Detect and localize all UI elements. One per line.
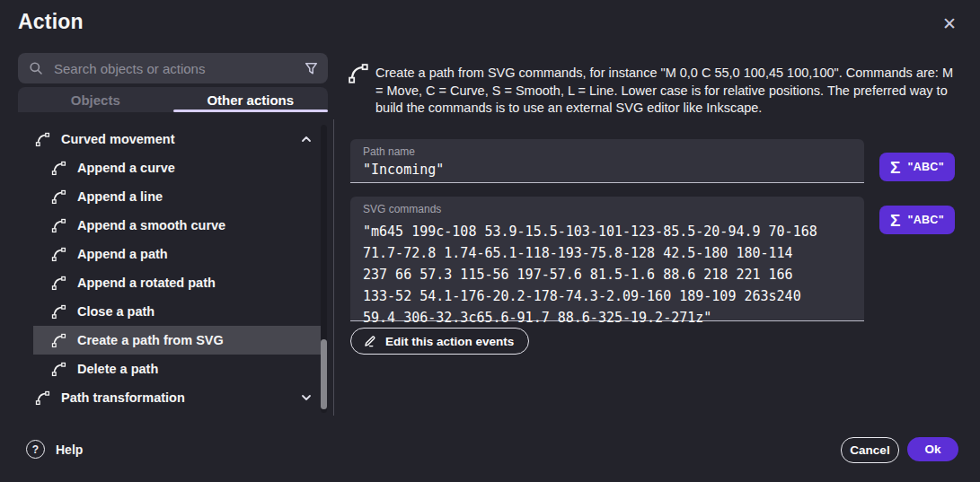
expression-editor-button[interactable]: Σ "ABC"	[879, 153, 955, 181]
tree-item-label: Curved movement	[61, 132, 175, 146]
filter-icon[interactable]	[304, 61, 319, 76]
tab-objects[interactable]: Objects	[18, 87, 173, 112]
page-title: Action	[18, 10, 84, 34]
chevron-down-icon	[300, 391, 313, 404]
curve-path-icon	[35, 390, 50, 406]
tree-group-path-transformation[interactable]: Path transformation	[33, 383, 321, 412]
ok-button[interactable]: Ok	[907, 437, 958, 461]
curve-path-icon	[51, 247, 66, 262]
edit-events-label: Edit this action events	[385, 335, 514, 348]
curve-path-icon	[51, 161, 66, 176]
tree-item-label: Append a line	[77, 189, 163, 204]
pencil-icon	[363, 334, 377, 348]
tab-bar: Objects Other actions	[18, 87, 328, 112]
curve-path-icon	[51, 276, 66, 291]
sigma-icon: Σ	[890, 159, 900, 176]
abc-label: "ABC"	[907, 214, 943, 226]
cancel-button[interactable]: Cancel	[841, 437, 899, 463]
tree-item-close-a-path[interactable]: Close a path	[33, 297, 321, 326]
help-label: Help	[56, 443, 83, 457]
tab-other-actions[interactable]: Other actions	[173, 87, 329, 112]
tree-group-curved-movement[interactable]: Curved movement	[33, 125, 321, 153]
tree-item-append-a-line[interactable]: Append a line	[33, 182, 321, 211]
curve-path-icon	[51, 362, 66, 377]
tree-item-delete-a-path[interactable]: Delete a path	[33, 355, 321, 383]
edit-action-events-button[interactable]: Edit this action events	[350, 328, 529, 355]
tree-item-append-a-curve[interactable]: Append a curve	[33, 153, 321, 182]
close-icon[interactable]: ✕	[938, 12, 961, 35]
curve-path-icon	[51, 304, 66, 320]
path-name-field[interactable]: Path name "Incoming"	[350, 139, 864, 183]
tree-item-append-a-rotated-path[interactable]: Append a rotated path	[33, 268, 321, 297]
path-name-value[interactable]: "Incoming"	[363, 159, 444, 180]
tree-item-label: Append a curve	[77, 161, 175, 175]
curve-path-icon	[348, 63, 369, 84]
tree-item-label: Path transformation	[61, 390, 185, 405]
chevron-up-icon	[300, 133, 313, 145]
tree-item-label: Create a path from SVG	[77, 333, 224, 347]
abc-label: "ABC"	[907, 161, 943, 173]
tree-item-create-a-path-from-svg[interactable]: Create a path from SVG	[33, 326, 321, 355]
curve-path-icon	[51, 333, 66, 348]
search-input[interactable]	[52, 60, 304, 77]
tree-item-append-a-path[interactable]: Append a path	[33, 240, 321, 268]
active-tab-underline	[173, 110, 328, 112]
sigma-icon: Σ	[890, 212, 900, 229]
svg-commands-value[interactable]: "m645 199c-108 53.9-15.5-103-101-123-85.…	[363, 221, 817, 329]
help-icon: ?	[26, 440, 45, 459]
expression-editor-button[interactable]: Σ "ABC"	[879, 206, 955, 234]
tree-item-label: Close a path	[77, 304, 155, 319]
curve-path-icon	[35, 132, 50, 147]
curve-path-icon	[51, 189, 66, 205]
list-scrollbar-thumb[interactable]	[321, 339, 327, 409]
tree-item-append-a-smooth-curve[interactable]: Append a smooth curve	[33, 211, 321, 240]
tree-item-label: Delete a path	[77, 362, 158, 376]
search-icon	[29, 61, 43, 75]
actions-tree: Curved movement Append a curve Append a …	[33, 125, 321, 412]
svg-commands-label: SVG commands	[363, 203, 441, 215]
tree-item-label: Append a smooth curve	[77, 218, 225, 232]
tree-item-label: Append a rotated path	[77, 276, 216, 290]
curve-path-icon	[51, 218, 66, 233]
path-name-label: Path name	[363, 145, 415, 158]
search-box	[18, 53, 328, 83]
help-button[interactable]: ? Help	[26, 440, 83, 459]
svg-commands-field[interactable]: SVG commands "m645 199c-108 53.9-15.5-10…	[350, 197, 864, 321]
tree-item-label: Append a path	[77, 247, 168, 261]
action-description: Create a path from SVG commands, for ins…	[375, 65, 961, 118]
panel-divider	[333, 119, 334, 416]
